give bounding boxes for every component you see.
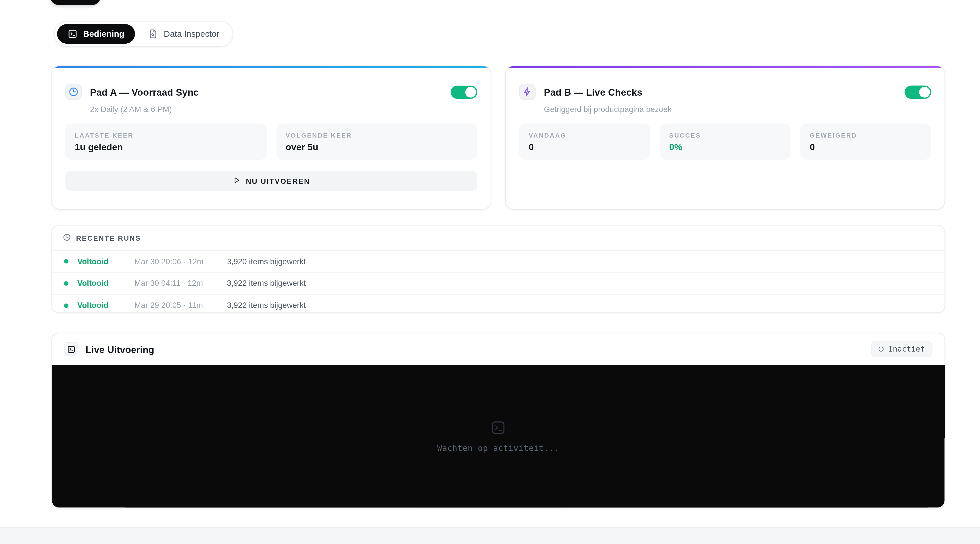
terminal-empty-text: Wachten op activiteit...	[437, 443, 559, 453]
status-badge: Inactief	[871, 341, 932, 357]
run-detail: 3,922 items bijgewerkt	[227, 301, 306, 310]
stat-box: LAATSTE KEER 1u geleden	[65, 124, 266, 160]
clock-icon	[63, 232, 71, 244]
pad-b-toggle[interactable]	[905, 85, 931, 98]
play-icon	[232, 176, 241, 186]
run-now-button[interactable]: NU UITVOEREN	[65, 171, 477, 191]
run-detail: 3,920 items bijgewerkt	[227, 257, 306, 266]
pad-b-stats: VANDAAG 0 SUCCES 0% GEWEIGERD 0	[519, 124, 931, 160]
terminal-icon	[491, 420, 506, 435]
live-execution-card: Live Uitvoering Inactief Wachten op acti…	[51, 333, 945, 508]
recent-runs-header: RECENTE RUNS	[52, 225, 945, 251]
toggle-knob	[919, 86, 930, 97]
status-dot	[64, 303, 68, 308]
run-row[interactable]: Voltooid Mar 30 20:06 · 12m 3,920 items …	[52, 251, 945, 273]
lightning-icon	[519, 84, 535, 100]
clock-icon	[65, 84, 82, 100]
footer-strip	[0, 527, 980, 544]
pad-b-card: Pad B — Live Checks Getriggerd bij produ…	[505, 65, 945, 210]
run-status: Voltooid	[77, 279, 135, 288]
tab-label: Data Inspector	[164, 29, 220, 38]
terminal-icon	[68, 29, 77, 38]
status-badge-label: Inactief	[888, 345, 925, 354]
status-dot	[64, 259, 68, 264]
run-now-label: NU UITVOEREN	[246, 177, 310, 184]
terminal-output-area: Wachten op activiteit...	[52, 365, 945, 507]
run-status: Voltooid	[77, 257, 135, 266]
run-detail: 3,922 items bijgewerkt	[227, 279, 306, 288]
pad-a-toggle[interactable]	[451, 85, 477, 98]
live-execution-header: Live Uitvoering Inactief	[52, 333, 945, 365]
card-title: Pad B — Live Checks	[544, 86, 642, 97]
tab-label: Bediening	[83, 29, 124, 38]
tab-data-inspector[interactable]: Data Inspector	[138, 24, 230, 44]
stat-box: SUCCES 0%	[660, 124, 791, 160]
card-subtitle: 2x Daily (2 AM & 6 PM)	[90, 105, 477, 114]
card-title: Pad A — Voorraad Sync	[90, 86, 199, 97]
inactive-ring-icon	[879, 347, 884, 352]
tab-bediening[interactable]: Bediening	[57, 24, 135, 44]
content-viewport: Bediening Data Inspector Pad A — Voorraa…	[0, 0, 980, 544]
partially-visible-top-button[interactable]	[50, 0, 100, 5]
stat-box: VANDAAG 0	[519, 124, 650, 160]
status-dot	[64, 281, 68, 285]
run-time: Mar 30 20:06 · 12m	[135, 257, 227, 266]
terminal-icon	[64, 342, 78, 356]
run-row[interactable]: Voltooid Mar 30 04:11 · 12m 3,922 items …	[52, 273, 945, 295]
toggle-knob	[465, 86, 476, 97]
recent-runs-title: RECENTE RUNS	[76, 235, 141, 242]
pad-a-accent-bar	[52, 66, 491, 68]
stat-box: VOLGENDE KEER over 5u	[276, 124, 477, 160]
pad-a-card: Pad A — Voorraad Sync 2x Daily (2 AM & 6…	[51, 65, 492, 210]
recent-runs-card: RECENTE RUNS Voltooid Mar 30 20:06 · 12m…	[51, 225, 945, 313]
pad-a-stats: LAATSTE KEER 1u geleden VOLGENDE KEER ov…	[65, 124, 477, 160]
pad-b-header: Pad B — Live Checks	[519, 84, 931, 100]
page: Bediening Data Inspector Pad A — Voorraa…	[0, 0, 980, 544]
run-status: Voltooid	[77, 301, 135, 310]
pad-a-header: Pad A — Voorraad Sync	[65, 84, 477, 100]
run-time: Mar 29 20:05 · 11m	[135, 301, 227, 310]
card-subtitle: Getriggerd bij productpagina bezoek	[544, 105, 931, 114]
file-search-icon	[149, 29, 158, 38]
tab-bar: Bediening Data Inspector	[54, 21, 233, 47]
stat-box: GEWEIGERD 0	[800, 124, 931, 160]
pad-cards-row: Pad A — Voorraad Sync 2x Daily (2 AM & 6…	[51, 65, 945, 210]
run-row[interactable]: Voltooid Mar 29 20:05 · 11m 3,922 items …	[52, 295, 945, 313]
run-time: Mar 30 04:11 · 12m	[135, 279, 227, 288]
live-execution-title: Live Uitvoering	[86, 344, 154, 354]
pad-b-accent-bar	[506, 66, 944, 68]
